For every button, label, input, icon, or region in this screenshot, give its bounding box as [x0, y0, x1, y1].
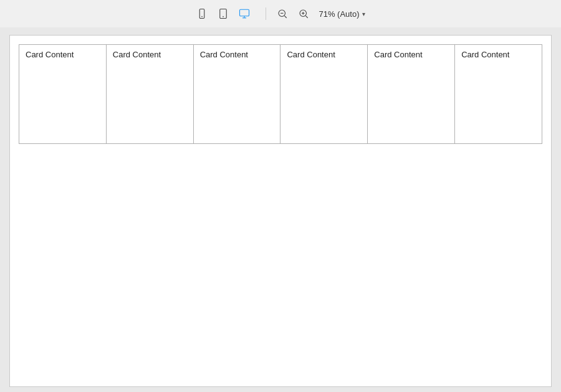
svg-line-9: [285, 16, 287, 17]
card-content-label: Card Content: [113, 50, 161, 59]
card-item: Card Content: [19, 44, 106, 144]
zoom-in-icon: [298, 8, 309, 19]
zoom-dropdown[interactable]: 71% (Auto) ▾: [315, 7, 368, 21]
card-item: Card Content: [280, 44, 367, 144]
canvas-area: Card ContentCard ContentCard ContentCard…: [0, 27, 561, 392]
zoom-out-button[interactable]: [272, 5, 292, 22]
card-content-label: Card Content: [287, 50, 335, 59]
zoom-out-icon: [277, 8, 288, 19]
card-item: Card Content: [367, 44, 454, 144]
tablet-icon: [218, 8, 229, 19]
mobile-icon: [196, 8, 208, 19]
device-toggle-group: [192, 5, 254, 22]
card-content-label: Card Content: [200, 50, 248, 59]
svg-line-13: [306, 16, 308, 17]
card-item: Card Content: [106, 44, 193, 144]
card-content-label: Card Content: [26, 50, 74, 59]
card-content-label: Card Content: [461, 50, 509, 59]
tablet-device-button[interactable]: [213, 5, 233, 22]
toolbar: 71% (Auto) ▾: [0, 0, 561, 27]
desktop-device-button[interactable]: [234, 5, 254, 22]
zoom-group: 71% (Auto) ▾: [272, 5, 368, 22]
zoom-chevron-icon: ▾: [362, 11, 365, 17]
cards-row: Card ContentCard ContentCard ContentCard…: [19, 44, 542, 144]
svg-rect-4: [240, 9, 249, 16]
mobile-device-button[interactable]: [192, 5, 212, 22]
card-item: Card Content: [454, 44, 542, 144]
card-content-label: Card Content: [374, 50, 422, 59]
preview-frame: Card ContentCard ContentCard ContentCard…: [9, 35, 552, 387]
zoom-in-button[interactable]: [294, 5, 314, 22]
desktop-icon: [239, 8, 250, 19]
toolbar-divider: [266, 7, 266, 20]
zoom-value: 71% (Auto): [319, 9, 359, 19]
card-item: Card Content: [193, 44, 280, 144]
